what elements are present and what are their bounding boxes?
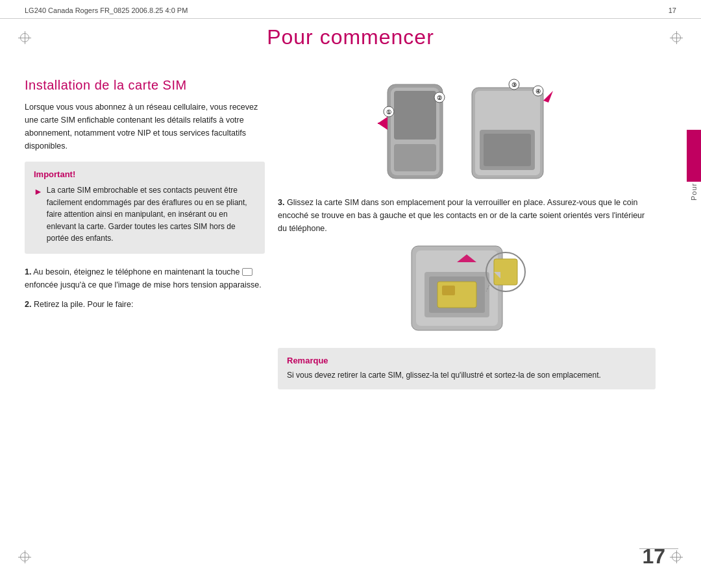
phone-image-3-wrapper bbox=[278, 243, 656, 339]
page-number: 17 bbox=[642, 545, 665, 569]
important-item: ► La carte SIM embrochable et ses contac… bbox=[34, 184, 256, 245]
right-column: ① ② bbox=[278, 78, 675, 389]
important-box: Important! ► La carte SIM embrochable et… bbox=[25, 162, 265, 254]
svg-rect-13 bbox=[484, 134, 531, 166]
page-title-wrapper: Pour commencer bbox=[0, 19, 701, 49]
svg-text:③: ③ bbox=[511, 82, 517, 88]
header-left-text: LG240 Canada Rogers FR_0825 2006.8.25 4:… bbox=[25, 6, 188, 14]
phone-svg-2: ③ ④ bbox=[465, 78, 560, 185]
important-title: Important! bbox=[34, 169, 256, 179]
crosshair-bottom-right bbox=[670, 550, 683, 563]
page: LG240 Canada Rogers FR_0825 2006.8.25 4:… bbox=[0, 0, 701, 588]
crosshair-top-right bbox=[670, 31, 683, 44]
page-title: Pour commencer bbox=[0, 19, 701, 49]
step-1-text-post: enfoncée jusqu'à ce que l'image de mise … bbox=[25, 280, 262, 289]
svg-rect-3 bbox=[394, 144, 436, 171]
main-content: Installation de la carte SIM Lorsque vou… bbox=[0, 65, 701, 402]
phone-svg-3 bbox=[402, 243, 532, 337]
svg-rect-2 bbox=[394, 91, 436, 140]
step-3-number: 3. bbox=[278, 198, 287, 207]
step-1-number: 1. bbox=[25, 267, 31, 276]
svg-text:②: ② bbox=[437, 95, 442, 101]
phone-image-1: ① ② bbox=[375, 78, 459, 187]
remarque-title: Remarque bbox=[287, 356, 646, 365]
svg-text:①: ① bbox=[386, 109, 391, 116]
crosshair-top-left bbox=[18, 31, 31, 44]
step-3: 3. Glissez la carte SIM dans son emplace… bbox=[278, 196, 656, 235]
step-2-text: Retirez la pile. Pour le faire: bbox=[34, 300, 134, 309]
intro-text: Lorsque vous vous abonnez à un réseau ce… bbox=[25, 101, 265, 153]
header-bar: LG240 Canada Rogers FR_0825 2006.8.25 4:… bbox=[0, 0, 701, 19]
svg-rect-24 bbox=[442, 286, 455, 295]
svg-text:④: ④ bbox=[535, 88, 541, 95]
step-2: 2. Retirez la pile. Pour le faire: bbox=[25, 298, 265, 311]
section-heading: Installation de la carte SIM bbox=[25, 78, 265, 93]
step-2-number: 2. bbox=[25, 300, 31, 309]
remarque-box: Remarque Si vous devez retirer la carte … bbox=[278, 348, 656, 389]
phone-image-2: ③ ④ bbox=[465, 78, 560, 187]
important-item-text: La carte SIM embrochable et ses contacts… bbox=[47, 184, 256, 245]
step-3-text: Glissez la carte SIM dans son emplacemen… bbox=[278, 198, 645, 233]
step-1-text-pre: Au besoin, éteignez le téléphone en main… bbox=[33, 267, 242, 276]
bullet-icon: ► bbox=[34, 185, 43, 199]
top-images-area: ① ② bbox=[278, 78, 656, 187]
left-column: Installation de la carte SIM Lorsque vou… bbox=[25, 78, 265, 389]
side-tab-accent bbox=[687, 130, 701, 182]
svg-marker-18 bbox=[543, 91, 553, 103]
step-1: 1. Au besoin, éteignez le téléphone en m… bbox=[25, 265, 265, 291]
remarque-text: Si vous devez retirer la carte SIM, glis… bbox=[287, 369, 646, 382]
header-right-text: 17 bbox=[669, 6, 676, 14]
phone-svg-1: ① ② bbox=[375, 78, 459, 185]
crosshair-bottom-left bbox=[18, 550, 31, 563]
power-button-icon bbox=[242, 268, 252, 276]
